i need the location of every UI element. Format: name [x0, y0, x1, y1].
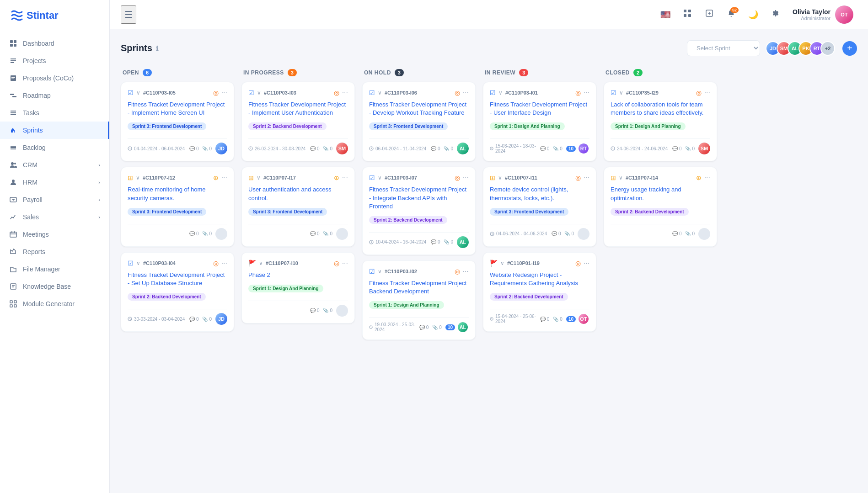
sprint-selector[interactable]: Select Sprint: [687, 40, 760, 56]
card-title[interactable]: Fitness Tracker Development Project Back…: [369, 279, 469, 296]
card-menu-button[interactable]: ···: [221, 89, 227, 97]
card-title[interactable]: Fitness Tracker Development Project - In…: [369, 186, 469, 211]
sidebar-item-module-generator[interactable]: Module Generator: [0, 295, 109, 313]
expand-icon[interactable]: ∨: [259, 260, 263, 266]
checkbox-icon[interactable]: ☑: [611, 89, 616, 96]
sidebar-item-meetings[interactable]: Meetings: [0, 226, 109, 243]
sidebar-item-projects[interactable]: Projects: [0, 52, 109, 69]
expand-icon[interactable]: ∨: [498, 175, 502, 181]
sidebar-item-backlog[interactable]: Backlog: [0, 139, 109, 156]
card-menu-button[interactable]: ···: [221, 174, 227, 182]
card-menu-button[interactable]: ···: [584, 174, 589, 182]
card-menu-button[interactable]: ···: [342, 89, 348, 97]
info-icon[interactable]: ℹ: [156, 45, 158, 52]
expand-icon[interactable]: ∨: [136, 90, 140, 96]
checkbox-icon[interactable]: ⊞: [128, 174, 133, 181]
attach-stat: 📎 0: [323, 308, 332, 313]
card-menu-button[interactable]: ···: [584, 89, 589, 97]
flag-icon-btn[interactable]: 🇺🇸: [657, 6, 674, 23]
column-in-review-count: 3: [519, 69, 528, 76]
card-title[interactable]: Lack of collaboration tools for team mem…: [611, 101, 710, 117]
card-footer: 04-04-2024 - 06-04-2024 💬 0 📎 0 JD: [128, 143, 227, 154]
checkbox-icon[interactable]: ☑: [369, 268, 375, 275]
add-sprint-button[interactable]: +: [842, 41, 857, 56]
sprint-tag: Sprint 3: Frontend Development: [490, 208, 568, 216]
attach-stat: 📎 0: [553, 146, 563, 151]
avatar-count-badge: 10: [566, 146, 576, 152]
card-menu-button[interactable]: ···: [463, 89, 469, 97]
card-avatar-empty: [578, 228, 589, 240]
card-menu-button[interactable]: ···: [342, 174, 348, 182]
card-menu-button[interactable]: ···: [221, 259, 227, 267]
expand-icon[interactable]: ∨: [619, 175, 623, 181]
card-title[interactable]: Fitness Tracker Development Project - De…: [369, 101, 469, 117]
card-title[interactable]: Remote device control (lights, thermosta…: [490, 186, 589, 202]
checkbox-icon[interactable]: ⊞: [490, 174, 495, 181]
card-title[interactable]: Energy usage tracking and optimization.: [611, 186, 710, 202]
card-title[interactable]: Fitness Tracker Development Project - Im…: [248, 101, 348, 117]
grid-icon-btn[interactable]: [679, 6, 696, 23]
sidebar-item-sales[interactable]: Sales ›: [0, 208, 109, 226]
sprint-tag: Sprint 2: Backend Development: [248, 122, 327, 130]
expand-icon[interactable]: ∨: [136, 175, 140, 181]
plus-square-icon-btn[interactable]: [701, 6, 718, 23]
svg-rect-12: [14, 301, 16, 303]
sidebar-item-proposals[interactable]: Proposals (CoCo): [0, 69, 109, 87]
expand-icon[interactable]: ∨: [378, 175, 382, 181]
flag-icon[interactable]: 🚩: [248, 260, 256, 267]
sidebar-item-crm[interactable]: CRM ›: [0, 156, 109, 174]
card-menu-button[interactable]: ···: [463, 267, 469, 276]
sidebar-item-sprints[interactable]: Sprints: [0, 122, 109, 139]
checkbox-icon[interactable]: ☑: [248, 89, 254, 96]
checkbox-icon[interactable]: ☑: [490, 89, 496, 96]
sidebar-item-knowledge-base[interactable]: Knowledge Base: [0, 278, 109, 295]
card-title[interactable]: Fitness Tracket Development Project - Im…: [128, 101, 227, 117]
comment-stat: 💬 0: [310, 231, 320, 236]
sidebar-item-roadmap-label: Roadmap: [23, 92, 51, 99]
expand-icon[interactable]: ∨: [257, 175, 261, 181]
card-title[interactable]: User authentication and access control.: [248, 186, 348, 202]
card-menu-button[interactable]: ···: [704, 174, 710, 182]
flag-icon[interactable]: 🚩: [490, 260, 498, 267]
checkbox-icon[interactable]: ☑: [128, 89, 134, 96]
expand-icon[interactable]: ∨: [136, 260, 140, 266]
expand-icon[interactable]: ∨: [378, 268, 382, 275]
checkbox-icon[interactable]: ☑: [128, 260, 134, 267]
card-title[interactable]: Real-time monitoring of home security ca…: [128, 186, 227, 202]
card-title[interactable]: Website Redesign Project - Requirements …: [490, 271, 589, 287]
card-title[interactable]: Fitness Tracket Development Project - Se…: [128, 271, 227, 287]
expand-icon[interactable]: ∨: [498, 90, 503, 96]
expand-icon[interactable]: ∨: [378, 90, 382, 96]
card-id: #C110P07-I17: [263, 175, 331, 180]
expand-icon[interactable]: ∨: [500, 260, 504, 266]
sidebar-item-file-manager[interactable]: File Manager: [0, 260, 109, 278]
expand-icon[interactable]: ∨: [619, 90, 623, 96]
checkbox-icon[interactable]: ⊞: [248, 174, 254, 181]
card-title[interactable]: Phase 2: [248, 271, 348, 279]
card-menu-button[interactable]: ···: [342, 259, 348, 267]
sidebar-item-payroll[interactable]: Payroll ›: [0, 191, 109, 208]
comment-stat: 💬 0: [431, 239, 440, 244]
app-name: Stintar: [27, 10, 59, 21]
card-menu-button[interactable]: ···: [463, 174, 469, 182]
attach-stat: 📎 0: [685, 231, 695, 236]
checkbox-icon[interactable]: ☑: [369, 174, 375, 181]
settings-button[interactable]: [767, 6, 783, 23]
priority-icon: ◎: [213, 260, 219, 267]
user-profile[interactable]: Olivia Taylor Administrator OT: [789, 4, 857, 26]
checkbox-icon[interactable]: ☑: [369, 89, 375, 96]
menu-toggle-button[interactable]: ☰: [121, 5, 136, 24]
dark-mode-button[interactable]: 🌙: [745, 6, 761, 23]
checkbox-icon[interactable]: ⊞: [611, 174, 616, 181]
sidebar-item-dashboard[interactable]: Dashboard: [0, 35, 109, 52]
notifications-button[interactable]: 52: [723, 6, 739, 23]
card-menu-button[interactable]: ···: [584, 259, 589, 267]
expand-icon[interactable]: ∨: [257, 90, 261, 96]
sidebar-item-roadmap[interactable]: Roadmap: [0, 87, 109, 104]
sidebar-item-reports[interactable]: Reports: [0, 243, 109, 260]
sidebar-item-tasks[interactable]: Tasks: [0, 104, 109, 122]
card-onhold-3-header: ☑ ∨ #C110P03-I02 ◎ ···: [369, 267, 469, 276]
card-title[interactable]: Fitness Tracker Development Project - Us…: [490, 101, 589, 117]
card-menu-button[interactable]: ···: [704, 89, 710, 97]
sidebar-item-hrm[interactable]: HRM ›: [0, 174, 109, 191]
